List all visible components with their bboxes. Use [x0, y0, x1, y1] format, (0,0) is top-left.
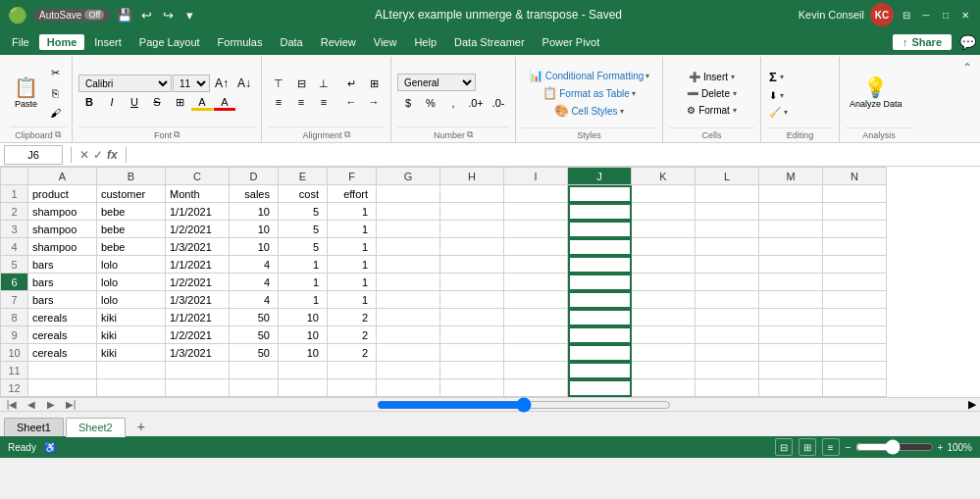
format-button[interactable]: ⚙ Format ▾ — [685, 104, 739, 117]
cell-N9[interactable] — [823, 326, 887, 344]
add-sheet-button[interactable]: + — [131, 417, 151, 436]
align-top-icon[interactable]: ⊤ — [268, 75, 289, 92]
align-left-icon[interactable]: ≡ — [268, 93, 289, 111]
font-family-select[interactable]: Calibri — [78, 75, 172, 92]
cell-C11[interactable] — [166, 362, 230, 379]
save-icon[interactable]: 💾 — [116, 6, 133, 24]
ribbon-collapse-icon[interactable]: ⌃ — [962, 61, 972, 75]
clipboard-expand-icon[interactable]: ⧉ — [55, 129, 61, 140]
minimize-icon[interactable]: ─ — [919, 8, 933, 22]
cell-I3[interactable] — [504, 221, 568, 238]
more-qat-icon[interactable]: ▾ — [181, 6, 198, 24]
wrap-text-icon[interactable]: ↵ — [340, 75, 362, 92]
cell-E12[interactable] — [279, 379, 328, 397]
cell-A8[interactable]: cereals — [28, 309, 97, 326]
cell-E2[interactable]: 5 — [279, 203, 328, 221]
cell-F6[interactable]: 1 — [328, 274, 377, 291]
col-header-h[interactable]: H — [440, 168, 504, 185]
cell-I11[interactable] — [504, 362, 568, 379]
col-header-k[interactable]: K — [632, 168, 696, 185]
cell-A11[interactable] — [28, 362, 97, 379]
insert-button[interactable]: ➕ Insert ▾ — [687, 71, 737, 83]
cell-M1[interactable] — [759, 185, 823, 203]
cell-A12[interactable] — [28, 379, 97, 397]
cell-E5[interactable]: 1 — [279, 256, 328, 274]
col-header-g[interactable]: G — [377, 168, 440, 185]
cell-G11[interactable] — [377, 362, 440, 379]
cell-M6[interactable] — [759, 274, 823, 291]
cell-I4[interactable] — [504, 238, 568, 256]
col-header-e[interactable]: E — [279, 168, 328, 185]
col-header-n[interactable]: N — [823, 168, 887, 185]
align-center-icon[interactable]: ≡ — [290, 93, 312, 111]
cell-D3[interactable]: 10 — [230, 221, 279, 238]
cell-G10[interactable] — [377, 344, 440, 362]
cell-J1[interactable] — [568, 185, 632, 203]
cell-F5[interactable]: 1 — [328, 256, 377, 274]
cell-A7[interactable]: bars — [28, 291, 97, 309]
increase-font-icon[interactable]: A↑ — [211, 75, 232, 92]
scroll-next-icon[interactable]: ▶ — [43, 397, 59, 413]
comma-button[interactable]: , — [442, 94, 464, 112]
merge-center-icon[interactable]: ⊞ — [363, 75, 385, 92]
cell-C5[interactable]: 1/1/2021 — [166, 256, 230, 274]
menu-help[interactable]: Help — [406, 34, 444, 50]
cell-I8[interactable] — [504, 309, 568, 326]
cell-D11[interactable] — [230, 362, 279, 379]
cell-B10[interactable]: kiki — [97, 344, 166, 362]
cell-K7[interactable] — [632, 291, 696, 309]
cell-E6[interactable]: 1 — [279, 274, 328, 291]
cell-N2[interactable] — [823, 203, 887, 221]
cell-J8[interactable] — [568, 309, 632, 326]
cell-M7[interactable] — [759, 291, 823, 309]
cell-B12[interactable] — [97, 379, 166, 397]
fill-button[interactable]: ⬇ ▾ — [767, 89, 786, 102]
cell-K9[interactable] — [632, 326, 696, 344]
number-expand-icon[interactable]: ⧉ — [467, 129, 473, 140]
cell-C7[interactable]: 1/3/2021 — [166, 291, 230, 309]
cell-E3[interactable]: 5 — [279, 221, 328, 238]
cell-D1[interactable]: sales — [230, 185, 279, 203]
cell-M5[interactable] — [759, 256, 823, 274]
cell-F12[interactable] — [328, 379, 377, 397]
scroll-first-icon[interactable]: |◀ — [4, 397, 20, 413]
accessibility-icon[interactable]: ♿ — [44, 442, 56, 453]
enter-formula-icon[interactable]: ✓ — [93, 148, 103, 162]
cell-K6[interactable] — [632, 274, 696, 291]
formula-input[interactable] — [134, 145, 976, 165]
cell-B11[interactable] — [97, 362, 166, 379]
cell-E10[interactable]: 10 — [279, 344, 328, 362]
cell-J10[interactable] — [568, 344, 632, 362]
cell-A5[interactable]: bars — [28, 256, 97, 274]
menu-data[interactable]: Data — [272, 34, 310, 50]
cell-E11[interactable] — [279, 362, 328, 379]
cell-G4[interactable] — [377, 238, 440, 256]
zoom-slider[interactable] — [855, 439, 934, 455]
cell-F9[interactable]: 2 — [328, 326, 377, 344]
menu-data-streamer[interactable]: Data Streamer — [446, 34, 533, 50]
cell-L2[interactable] — [696, 203, 759, 221]
cell-A10[interactable]: cereals — [28, 344, 97, 362]
cell-G3[interactable] — [377, 221, 440, 238]
scroll-prev-icon[interactable]: ◀ — [24, 397, 39, 413]
cell-L4[interactable] — [696, 238, 759, 256]
col-header-b[interactable]: B — [97, 168, 166, 185]
font-expand-icon[interactable]: ⧉ — [174, 129, 180, 140]
currency-button[interactable]: $ — [397, 94, 419, 112]
cell-N3[interactable] — [823, 221, 887, 238]
cell-M9[interactable] — [759, 326, 823, 344]
cell-H11[interactable] — [440, 362, 504, 379]
row-header-10[interactable]: 10 — [1, 344, 28, 362]
cell-H8[interactable] — [440, 309, 504, 326]
cell-L3[interactable] — [696, 221, 759, 238]
cell-I5[interactable] — [504, 256, 568, 274]
cell-C9[interactable]: 1/2/2021 — [166, 326, 230, 344]
cell-I7[interactable] — [504, 291, 568, 309]
cell-I2[interactable] — [504, 203, 568, 221]
format-painter-button[interactable]: 🖌 — [44, 104, 66, 122]
strikethrough-button[interactable]: S — [146, 93, 168, 111]
cell-E7[interactable]: 1 — [279, 291, 328, 309]
cell-M4[interactable] — [759, 238, 823, 256]
align-bottom-icon[interactable]: ⊥ — [313, 75, 335, 92]
normal-view-button[interactable]: ⊟ — [775, 438, 793, 456]
